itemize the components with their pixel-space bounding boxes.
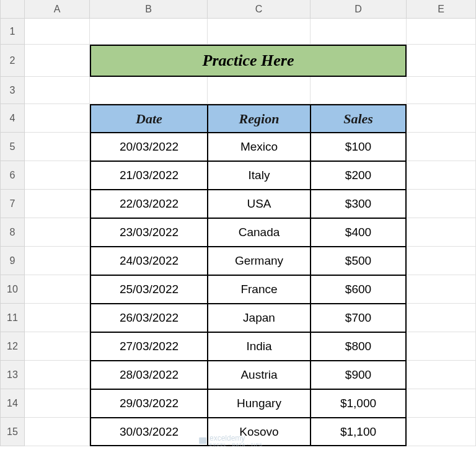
data-sales[interactable]: $1,000 (311, 389, 407, 418)
col-header-b[interactable]: B (90, 0, 208, 19)
data-sales[interactable]: $1,100 (311, 418, 407, 446)
data-date[interactable]: 23/03/2022 (90, 218, 208, 247)
data-region[interactable]: Mexico (208, 133, 311, 161)
cell-e2[interactable] (407, 45, 476, 77)
data-date[interactable]: 22/03/2022 (90, 190, 208, 218)
data-sales[interactable]: $900 (311, 361, 407, 389)
cell-e4[interactable] (407, 104, 476, 133)
cell-a3[interactable] (25, 77, 90, 104)
cell-d1[interactable] (311, 19, 407, 45)
cell-e6[interactable] (407, 161, 476, 190)
data-date[interactable]: 26/03/2022 (90, 304, 208, 332)
row-header-15[interactable]: 15 (0, 418, 25, 446)
col-header-e[interactable]: E (407, 0, 476, 19)
row-header-4[interactable]: 4 (0, 104, 25, 133)
cell-e1[interactable] (407, 19, 476, 45)
data-region[interactable]: Japan (208, 304, 311, 332)
data-date[interactable]: 29/03/2022 (90, 389, 208, 418)
cell-a11[interactable] (25, 304, 90, 332)
row-header-12[interactable]: 12 (0, 332, 25, 361)
data-sales[interactable]: $800 (311, 332, 407, 361)
data-sales[interactable]: $100 (311, 133, 407, 161)
header-date[interactable]: Date (90, 104, 208, 133)
row-header-1[interactable]: 1 (0, 19, 25, 45)
row-header-14[interactable]: 14 (0, 389, 25, 418)
cell-e8[interactable] (407, 218, 476, 247)
cell-a7[interactable] (25, 190, 90, 218)
cell-e15[interactable] (407, 418, 476, 446)
cell-e13[interactable] (407, 361, 476, 389)
data-date[interactable]: 30/03/2022 (90, 418, 208, 446)
data-region[interactable]: USA (208, 190, 311, 218)
cell-a13[interactable] (25, 361, 90, 389)
cell-a14[interactable] (25, 389, 90, 418)
cell-a2[interactable] (25, 45, 90, 77)
data-date[interactable]: 24/03/2022 (90, 247, 208, 275)
row-header-11[interactable]: 11 (0, 304, 25, 332)
cell-a5[interactable] (25, 133, 90, 161)
cell-a8[interactable] (25, 218, 90, 247)
row-header-13[interactable]: 13 (0, 361, 25, 389)
data-date[interactable]: 27/03/2022 (90, 332, 208, 361)
cell-a15[interactable] (25, 418, 90, 446)
cell-e12[interactable] (407, 332, 476, 361)
col-header-c[interactable]: C (208, 0, 311, 19)
cell-e7[interactable] (407, 190, 476, 218)
cell-a10[interactable] (25, 275, 90, 304)
cell-a12[interactable] (25, 332, 90, 361)
excel-icon (198, 436, 207, 445)
data-region[interactable]: Germany (208, 247, 311, 275)
data-region[interactable]: France (208, 275, 311, 304)
cell-a1[interactable] (25, 19, 90, 45)
data-date[interactable]: 21/03/2022 (90, 161, 208, 190)
data-region[interactable]: Italy (208, 161, 311, 190)
data-sales[interactable]: $400 (311, 218, 407, 247)
col-header-a[interactable]: A (25, 0, 90, 19)
cell-e3[interactable] (407, 77, 476, 104)
row-header-10[interactable]: 10 (0, 275, 25, 304)
row-header-2[interactable]: 2 (0, 45, 25, 77)
header-region[interactable]: Region (208, 104, 311, 133)
data-sales[interactable]: $600 (311, 275, 407, 304)
cell-b1[interactable] (90, 19, 208, 45)
row-header-3[interactable]: 3 (0, 77, 25, 104)
data-region[interactable]: Canada (208, 218, 311, 247)
data-sales[interactable]: $500 (311, 247, 407, 275)
col-header-d[interactable]: D (311, 0, 407, 19)
data-date[interactable]: 25/03/2022 (90, 275, 208, 304)
row-header-8[interactable]: 8 (0, 218, 25, 247)
spreadsheet-grid[interactable]: A B C D E 1 2 Practice Here 3 4 Date Reg… (0, 0, 476, 446)
data-region[interactable]: Hungary (208, 389, 311, 418)
row-header-5[interactable]: 5 (0, 133, 25, 161)
title-cell[interactable]: Practice Here (90, 45, 407, 77)
row-header-7[interactable]: 7 (0, 190, 25, 218)
data-region[interactable]: Austria (208, 361, 311, 389)
data-date[interactable]: 28/03/2022 (90, 361, 208, 389)
cell-e5[interactable] (407, 133, 476, 161)
cell-b3[interactable] (90, 77, 208, 104)
watermark-text: exceldemy (209, 434, 263, 443)
cell-e14[interactable] (407, 389, 476, 418)
data-region[interactable]: India (208, 332, 311, 361)
cell-e9[interactable] (407, 247, 476, 275)
cell-a9[interactable] (25, 247, 90, 275)
cell-a4[interactable] (25, 104, 90, 133)
cell-c1[interactable] (208, 19, 311, 45)
row-header-9[interactable]: 9 (0, 247, 25, 275)
watermark-subtext: EXCEL · DATA · TIPS (209, 443, 263, 447)
header-sales[interactable]: Sales (311, 104, 407, 133)
watermark: exceldemy EXCEL · DATA · TIPS (198, 434, 263, 447)
cell-d3[interactable] (311, 77, 407, 104)
data-date[interactable]: 20/03/2022 (90, 133, 208, 161)
cell-e10[interactable] (407, 275, 476, 304)
data-sales[interactable]: $700 (311, 304, 407, 332)
cell-a6[interactable] (25, 161, 90, 190)
svg-rect-0 (199, 437, 206, 444)
select-all-corner[interactable] (0, 0, 25, 19)
cell-e11[interactable] (407, 304, 476, 332)
cell-c3[interactable] (208, 77, 311, 104)
row-header-6[interactable]: 6 (0, 161, 25, 190)
data-sales[interactable]: $300 (311, 190, 407, 218)
data-sales[interactable]: $200 (311, 161, 407, 190)
